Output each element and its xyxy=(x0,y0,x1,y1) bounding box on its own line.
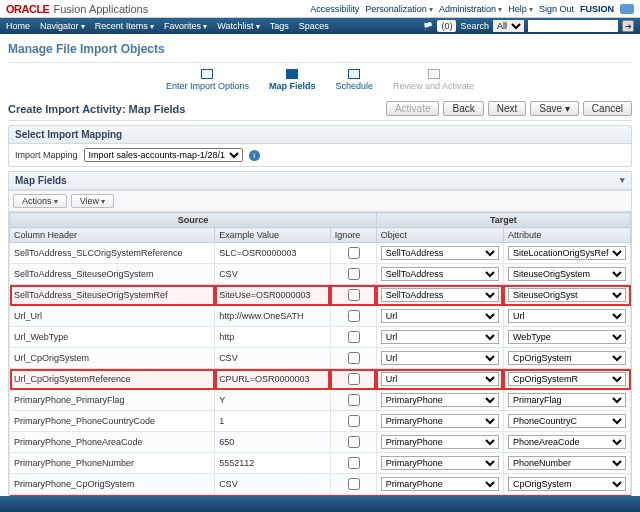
ignore-checkbox[interactable] xyxy=(348,436,360,448)
ignore-checkbox[interactable] xyxy=(348,373,360,385)
ignore-checkbox[interactable] xyxy=(348,331,360,343)
table-row[interactable]: SellToAddress_SLCOrigSystemReferenceSLC=… xyxy=(10,243,631,264)
object-select[interactable]: PrimaryPhone xyxy=(381,393,499,407)
map-fields-table: Source Target Column Header Example Valu… xyxy=(9,212,631,512)
cell-column-header: Url_CpOrigSystemReference xyxy=(10,369,215,390)
attribute-select[interactable]: CpOrigSystem xyxy=(508,477,626,491)
nav-home[interactable]: Home xyxy=(6,21,30,31)
ignore-checkbox[interactable] xyxy=(348,289,360,301)
object-select[interactable]: SellToAddress xyxy=(381,267,499,281)
col-ignore[interactable]: Ignore xyxy=(330,228,376,243)
table-row[interactable]: PrimaryPhone_PhoneCountryCode1PrimaryPho… xyxy=(10,411,631,432)
cell-example-value: CSV xyxy=(215,264,331,285)
back-button[interactable]: Back xyxy=(443,101,483,116)
nav-navigator[interactable]: Navigator xyxy=(40,21,85,31)
ignore-checkbox[interactable] xyxy=(348,310,360,322)
footer-bar xyxy=(0,496,640,512)
attribute-select[interactable]: CpOrigSystem xyxy=(508,351,626,365)
col-column-header[interactable]: Column Header xyxy=(10,228,215,243)
attribute-select[interactable]: CpOrigSystemR xyxy=(508,372,626,386)
flag-count[interactable]: (0) xyxy=(437,20,456,32)
table-row[interactable]: SellToAddress_SiteuseOrigSystemRefSiteUs… xyxy=(10,285,631,306)
ignore-checkbox[interactable] xyxy=(348,352,360,364)
object-select[interactable]: PrimaryPhone xyxy=(381,435,499,449)
object-select[interactable]: Url xyxy=(381,372,499,386)
table-row[interactable]: PrimaryPhone_PhoneNumber5552112PrimaryPh… xyxy=(10,453,631,474)
map-fields-toolbar: Actions View xyxy=(9,190,631,212)
cell-column-header: PrimaryPhone_PrimaryFlag xyxy=(10,390,215,411)
cell-column-header: PrimaryPhone_PhoneAreaCode xyxy=(10,432,215,453)
object-select[interactable]: PrimaryPhone xyxy=(381,477,499,491)
info-icon[interactable]: i xyxy=(249,150,260,161)
chat-icon[interactable] xyxy=(620,4,634,14)
attribute-select[interactable]: PhoneNumber xyxy=(508,456,626,470)
wizard-step-schedule[interactable]: Schedule xyxy=(335,69,373,91)
search-go-button[interactable]: ➔ xyxy=(622,20,634,32)
object-select[interactable]: SellToAddress xyxy=(381,246,499,260)
wizard-step-map-fields[interactable]: Map Fields xyxy=(269,69,316,91)
object-select[interactable]: PrimaryPhone xyxy=(381,414,499,428)
accessibility-link[interactable]: Accessibility xyxy=(310,4,359,14)
cell-example-value: SLC=OSR0000003 xyxy=(215,243,331,264)
attribute-select[interactable]: PhoneCountryC xyxy=(508,414,626,428)
nav-favorites[interactable]: Favorites xyxy=(164,21,207,31)
attribute-select[interactable]: SiteuseOrigSystem xyxy=(508,267,626,281)
ignore-checkbox[interactable] xyxy=(348,457,360,469)
attribute-select[interactable]: SiteLocationOrigSysRef xyxy=(508,246,626,260)
table-row[interactable]: PrimaryPhone_CpOrigSystemCSVPrimaryPhone… xyxy=(10,474,631,495)
table-row[interactable]: Url_CpOrigSystemCSVUrlCpOrigSystem xyxy=(10,348,631,369)
nav-tags[interactable]: Tags xyxy=(270,21,289,31)
cell-column-header: PrimaryPhone_PhoneNumber xyxy=(10,453,215,474)
import-mapping-select[interactable]: Import sales-accounts-map-1/28/1 xyxy=(84,148,243,162)
save-button[interactable]: Save ▾ xyxy=(530,101,579,116)
ignore-checkbox[interactable] xyxy=(348,478,360,490)
cell-example-value: 1 xyxy=(215,411,331,432)
object-select[interactable]: Url xyxy=(381,309,499,323)
view-menu[interactable]: View xyxy=(71,194,115,208)
nav-recent-items[interactable]: Recent Items xyxy=(95,21,154,31)
import-mapping-header: Select Import Mapping xyxy=(9,126,631,144)
cancel-button[interactable]: Cancel xyxy=(583,101,632,116)
object-select[interactable]: Url xyxy=(381,351,499,365)
signout-link[interactable]: Sign Out xyxy=(539,4,574,14)
collapse-icon[interactable]: ▾ xyxy=(620,175,625,185)
table-row[interactable]: Url_Urlhttp://www.OneSATHUrlUrl xyxy=(10,306,631,327)
search-scope-select[interactable]: All xyxy=(493,20,524,32)
cell-column-header: Url_Url xyxy=(10,306,215,327)
next-button[interactable]: Next xyxy=(488,101,527,116)
attribute-select[interactable]: SiteuseOrigSyst xyxy=(508,288,626,302)
administration-menu[interactable]: Administration xyxy=(439,4,502,14)
wizard-step-enter-options[interactable]: Enter Import Options xyxy=(166,69,249,91)
col-object[interactable]: Object xyxy=(376,228,503,243)
object-select[interactable]: PrimaryPhone xyxy=(381,456,499,470)
global-search: 🏳️ (0) Search All ➔ xyxy=(423,20,634,32)
personalization-menu[interactable]: Personalization xyxy=(365,4,433,14)
attribute-select[interactable]: PrimaryFlag xyxy=(508,393,626,407)
cell-example-value: SiteUse=OSR0000003 xyxy=(215,285,331,306)
attribute-select[interactable]: PhoneAreaCode xyxy=(508,435,626,449)
search-input[interactable] xyxy=(528,20,618,32)
ignore-checkbox[interactable] xyxy=(348,394,360,406)
table-row[interactable]: Url_CpOrigSystemReferenceCPURL=OSR000000… xyxy=(10,369,631,390)
wizard-train: Enter Import Options Map Fields Schedule… xyxy=(8,63,632,97)
attribute-select[interactable]: Url xyxy=(508,309,626,323)
nav-spaces[interactable]: Spaces xyxy=(299,21,329,31)
help-menu[interactable]: Help xyxy=(508,4,533,14)
oracle-logo: ORACLE xyxy=(6,3,49,15)
table-row[interactable]: PrimaryPhone_PhoneAreaCode650PrimaryPhon… xyxy=(10,432,631,453)
table-row[interactable]: PrimaryPhone_PrimaryFlagYPrimaryPhonePri… xyxy=(10,390,631,411)
table-row[interactable]: SellToAddress_SiteuseOrigSystemCSVSellTo… xyxy=(10,264,631,285)
ignore-checkbox[interactable] xyxy=(348,415,360,427)
nav-watchlist[interactable]: Watchlist xyxy=(217,21,259,31)
current-user: FUSION xyxy=(580,4,614,14)
ignore-checkbox[interactable] xyxy=(348,268,360,280)
attribute-select[interactable]: WebType xyxy=(508,330,626,344)
actions-menu[interactable]: Actions xyxy=(13,194,67,208)
object-select[interactable]: SellToAddress xyxy=(381,288,499,302)
col-attribute[interactable]: Attribute xyxy=(503,228,630,243)
col-example-value[interactable]: Example Value xyxy=(215,228,331,243)
table-row[interactable]: Url_WebTypehttpUrlWebType xyxy=(10,327,631,348)
cell-column-header: SellToAddress_SiteuseOrigSystemRef xyxy=(10,285,215,306)
object-select[interactable]: Url xyxy=(381,330,499,344)
ignore-checkbox[interactable] xyxy=(348,247,360,259)
